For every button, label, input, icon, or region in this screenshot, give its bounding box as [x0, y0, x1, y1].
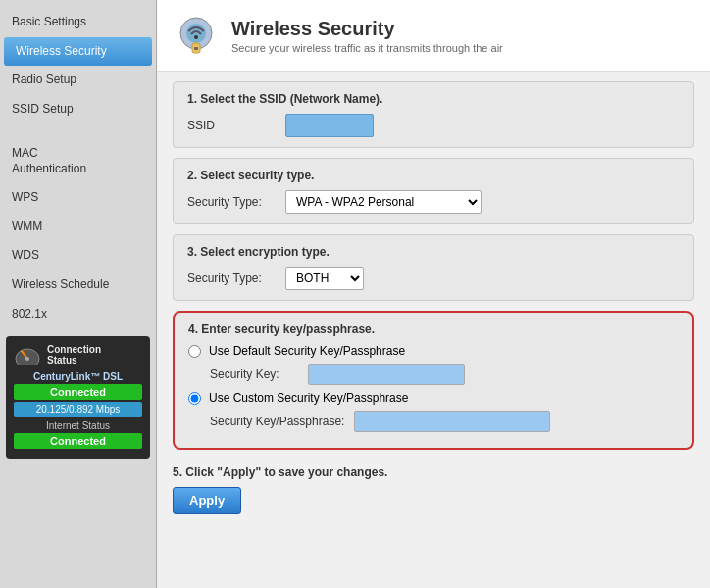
- sidebar-item-wireless-schedule[interactable]: Wireless Schedule: [0, 270, 156, 300]
- step2-section: 2. Select security type. Security Type: …: [173, 158, 694, 224]
- isp-label: CenturyLink™ DSL: [14, 371, 142, 382]
- step2-form-row: Security Type: WPA - WPA2 Personal: [187, 190, 680, 214]
- key-label: Security Key:: [210, 368, 298, 381]
- sidebar: Basic Settings Wireless Security Radio S…: [0, 0, 157, 588]
- encryption-type-select[interactable]: BOTH: [285, 267, 364, 290]
- step5-section: 5. Click "Apply" to save your changes. A…: [173, 460, 694, 519]
- sidebar-item-radio-setup[interactable]: Radio Setup: [0, 66, 156, 95]
- svg-point-1: [25, 357, 29, 361]
- ssid-select[interactable]: [285, 114, 374, 137]
- header-text: Wireless Security Secure your wireless t…: [231, 18, 503, 54]
- custom-key-row: Use Custom Security Key/Passphrase: [188, 391, 679, 405]
- step3-section: 3. Select encryption type. Security Type…: [173, 234, 694, 301]
- apply-button[interactable]: Apply: [173, 487, 241, 514]
- page-title: Wireless Security: [231, 18, 503, 40]
- speedometer-icon: [14, 345, 41, 365]
- custom-key-label: Use Custom Security Key/Passphrase: [209, 391, 408, 405]
- main-content: Wireless Security Secure your wireless t…: [157, 0, 710, 588]
- page-header: Wireless Security Secure your wireless t…: [157, 0, 710, 72]
- default-key-row: Use Default Security Key/Passphrase: [188, 344, 679, 358]
- step4-section: 4. Enter security key/passphrase. Use De…: [173, 311, 694, 450]
- step2-title: 2. Select security type.: [187, 169, 680, 182]
- sidebar-item-ssid-setup[interactable]: SSID Setup: [0, 95, 156, 124]
- passphrase-label: Security Key/Passphrase:: [210, 415, 344, 428]
- page-subtitle: Secure your wireless traffic as it trans…: [231, 42, 503, 54]
- speed-badge: 20.125/0.892 Mbps: [14, 402, 142, 416]
- step5-title: 5. Click "Apply" to save your changes.: [173, 466, 694, 479]
- step1-section: 1. Select the SSID (Network Name). SSID: [173, 81, 694, 148]
- passphrase-row: Security Key/Passphrase:: [210, 411, 679, 432]
- security-key-input[interactable]: [308, 364, 465, 385]
- passphrase-input[interactable]: [354, 411, 550, 432]
- security-type-select[interactable]: WPA - WPA2 Personal: [285, 190, 482, 214]
- sidebar-item-wireless-security[interactable]: Wireless Security: [4, 37, 152, 67]
- step3-title: 3. Select encryption type.: [187, 245, 680, 259]
- step1-form-row: SSID: [187, 114, 680, 137]
- connection-status-panel: Connection Status CenturyLink™ DSL Conne…: [6, 336, 150, 459]
- sidebar-item-8021x[interactable]: 802.1x: [0, 300, 156, 329]
- wireless-security-icon: [173, 12, 220, 59]
- default-key-label: Use Default Security Key/Passphrase: [209, 344, 405, 358]
- internet-section: Internet Status Connected: [14, 420, 142, 449]
- connection-panel-header: Connection Status: [14, 344, 142, 366]
- step4-title: 4. Enter security key/passphrase.: [188, 322, 679, 336]
- content-area: 1. Select the SSID (Network Name). SSID …: [157, 72, 710, 529]
- security-type-label: Security Type:: [187, 195, 276, 209]
- sidebar-item-wds[interactable]: WDS: [0, 241, 156, 270]
- internet-label: Internet Status: [14, 420, 142, 431]
- status-badge-connected1: Connected: [14, 384, 142, 400]
- custom-key-radio[interactable]: [188, 392, 201, 405]
- sidebar-item-wps[interactable]: WPS: [0, 183, 156, 213]
- ssid-label: SSID: [187, 119, 276, 132]
- sidebar-item-basic-settings[interactable]: Basic Settings: [0, 8, 156, 37]
- step3-form-row: Security Type: BOTH: [187, 267, 680, 290]
- svg-point-4: [194, 35, 198, 39]
- default-key-radio[interactable]: [188, 345, 201, 358]
- status-badge-connected2: Connected: [14, 433, 142, 449]
- step1-title: 1. Select the SSID (Network Name).: [187, 92, 680, 106]
- encryption-type-label: Security Type:: [187, 271, 276, 285]
- sidebar-item-wmm[interactable]: WMM: [0, 213, 156, 242]
- sidebar-item-mac-authentication[interactable]: MAC Authentication: [0, 123, 156, 183]
- security-key-row: Security Key:: [210, 364, 679, 385]
- svg-rect-6: [194, 47, 198, 50]
